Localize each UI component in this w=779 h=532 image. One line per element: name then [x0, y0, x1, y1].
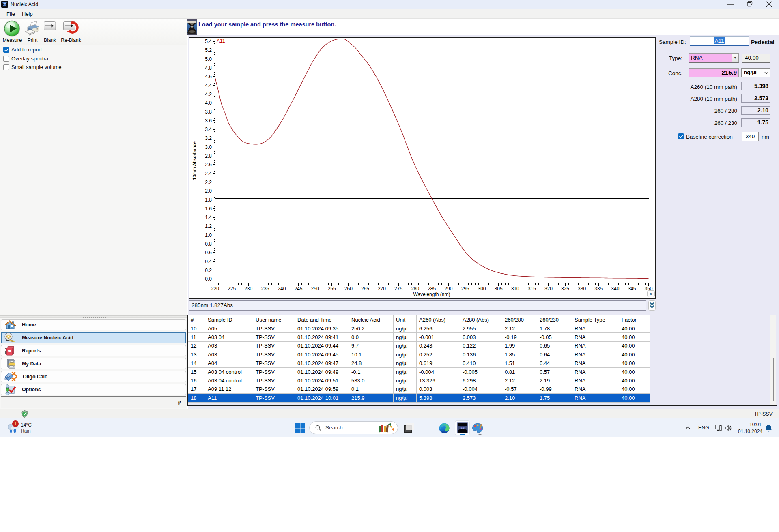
svg-text:310: 310 — [511, 286, 519, 292]
svg-text:330: 330 — [578, 286, 586, 292]
svg-text:5.0: 5.0 — [205, 56, 212, 62]
svg-text:3.6: 3.6 — [205, 118, 212, 124]
svg-text:A11: A11 — [217, 38, 225, 44]
svg-text:235: 235 — [261, 286, 269, 292]
svg-text:4.0: 4.0 — [205, 100, 212, 106]
svg-text:0.6: 0.6 — [205, 250, 212, 255]
svg-text:3.8: 3.8 — [205, 109, 212, 115]
svg-text:5.2: 5.2 — [205, 47, 212, 53]
svg-text:315: 315 — [528, 286, 536, 292]
svg-text:2.6: 2.6 — [205, 162, 212, 167]
svg-text:4.6: 4.6 — [205, 74, 212, 79]
svg-text:260: 260 — [344, 286, 353, 292]
svg-text:3.4: 3.4 — [205, 127, 212, 132]
svg-text:1.6: 1.6 — [205, 206, 212, 212]
svg-text:245: 245 — [294, 286, 302, 292]
svg-text:335: 335 — [594, 286, 603, 292]
svg-text:345: 345 — [628, 286, 636, 292]
svg-text:Wavelength (nm): Wavelength (nm) — [413, 292, 450, 297]
svg-text:300: 300 — [478, 286, 486, 292]
svg-text:285: 285 — [428, 286, 436, 292]
svg-text:2.8: 2.8 — [205, 153, 212, 159]
svg-text:255: 255 — [328, 286, 336, 292]
svg-text:305: 305 — [495, 286, 503, 292]
svg-text:295: 295 — [461, 286, 469, 292]
svg-text:3.0: 3.0 — [205, 144, 212, 150]
svg-text:320: 320 — [544, 286, 553, 292]
svg-text:225: 225 — [228, 286, 236, 292]
svg-text:1.8: 1.8 — [205, 197, 212, 203]
svg-text:230: 230 — [244, 286, 252, 292]
svg-text:3.2: 3.2 — [205, 135, 212, 141]
svg-text:220: 220 — [211, 286, 219, 292]
svg-text:0.8: 0.8 — [205, 241, 212, 247]
svg-text:340: 340 — [611, 286, 619, 292]
svg-text:2.2: 2.2 — [205, 180, 212, 185]
svg-text:240: 240 — [278, 286, 286, 292]
svg-text:0.2: 0.2 — [205, 268, 212, 273]
svg-text:250: 250 — [311, 286, 319, 292]
svg-text:0.0: 0.0 — [205, 276, 212, 282]
svg-text:1.4: 1.4 — [205, 215, 212, 220]
svg-text:2.0: 2.0 — [205, 188, 212, 194]
svg-text:325: 325 — [561, 286, 569, 292]
svg-text:0.4: 0.4 — [205, 259, 212, 264]
svg-text:5.4: 5.4 — [205, 39, 212, 44]
svg-text:280: 280 — [411, 286, 419, 292]
svg-text:4.2: 4.2 — [205, 92, 212, 97]
svg-text:2.4: 2.4 — [205, 171, 212, 176]
svg-text:1.0: 1.0 — [205, 232, 212, 238]
svg-text:275: 275 — [394, 286, 402, 292]
svg-text:1.2: 1.2 — [205, 223, 212, 229]
svg-text:4.4: 4.4 — [205, 83, 212, 88]
svg-text:10mm Absorbance: 10mm Absorbance — [192, 141, 197, 180]
svg-text:290: 290 — [444, 286, 452, 292]
svg-text:270: 270 — [378, 286, 386, 292]
svg-text:4.8: 4.8 — [205, 65, 212, 71]
svg-text:265: 265 — [361, 286, 369, 292]
